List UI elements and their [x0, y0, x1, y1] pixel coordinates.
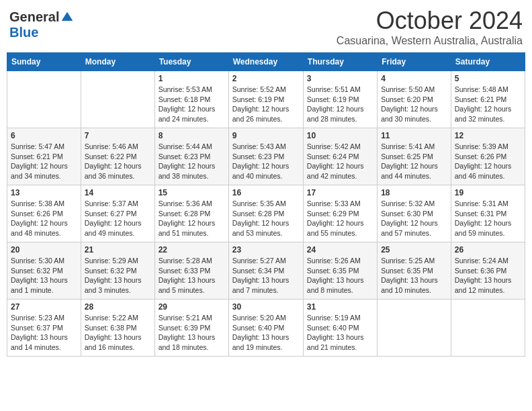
day-info: Sunrise: 5:48 AMSunset: 6:21 PMDaylight:… [455, 85, 521, 124]
day-info: Sunrise: 5:22 AMSunset: 6:38 PMDaylight:… [85, 313, 151, 353]
day-number: 14 [85, 188, 151, 197]
table-row: 6Sunrise: 5:47 AMSunset: 6:21 PMDaylight… [7, 128, 81, 185]
day-number: 21 [85, 245, 151, 255]
day-info: Sunrise: 5:37 AMSunset: 6:27 PMDaylight:… [85, 199, 151, 238]
day-number: 26 [455, 245, 521, 255]
title-section: October 2024 Casuarina, Western Australi… [337, 7, 523, 47]
table-row: 27Sunrise: 5:23 AMSunset: 6:37 PMDayligh… [7, 300, 81, 357]
day-number: 29 [159, 302, 225, 312]
table-row: 29Sunrise: 5:21 AMSunset: 6:39 PMDayligh… [154, 300, 228, 357]
table-row [81, 71, 154, 128]
day-number: 8 [159, 131, 225, 140]
day-info: Sunrise: 5:38 AMSunset: 6:26 PMDaylight:… [11, 199, 77, 238]
logo-icon [60, 11, 74, 24]
day-info: Sunrise: 5:26 AMSunset: 6:35 PMDaylight:… [307, 256, 373, 295]
day-info: Sunrise: 5:43 AMSunset: 6:23 PMDaylight:… [232, 142, 300, 181]
day-number: 3 [307, 74, 373, 83]
table-row: 18Sunrise: 5:32 AMSunset: 6:30 PMDayligh… [378, 185, 451, 242]
header-saturday: Saturday [451, 53, 525, 71]
day-info: Sunrise: 5:50 AMSunset: 6:20 PMDaylight:… [381, 85, 447, 124]
table-row: 30Sunrise: 5:20 AMSunset: 6:40 PMDayligh… [228, 300, 303, 357]
day-number: 30 [232, 302, 300, 312]
table-row: 8Sunrise: 5:44 AMSunset: 6:23 PMDaylight… [154, 128, 228, 185]
location-subtitle: Casuarina, Western Australia, Australia [337, 35, 523, 47]
day-info: Sunrise: 5:29 AMSunset: 6:32 PMDaylight:… [85, 256, 151, 295]
header-tuesday: Tuesday [154, 53, 228, 71]
day-info: Sunrise: 5:51 AMSunset: 6:19 PMDaylight:… [307, 85, 373, 124]
table-row: 19Sunrise: 5:31 AMSunset: 6:31 PMDayligh… [451, 185, 525, 242]
day-number: 28 [85, 302, 151, 312]
day-number: 10 [307, 131, 373, 140]
day-number: 5 [455, 74, 521, 83]
table-row: 1Sunrise: 5:53 AMSunset: 6:18 PMDaylight… [154, 71, 228, 128]
calendar-table: Sunday Monday Tuesday Wednesday Thursday… [7, 52, 525, 357]
logo-general: General [9, 9, 59, 25]
calendar-week-row: 27Sunrise: 5:23 AMSunset: 6:37 PMDayligh… [7, 300, 525, 357]
day-info: Sunrise: 5:21 AMSunset: 6:39 PMDaylight:… [159, 313, 225, 353]
day-info: Sunrise: 5:32 AMSunset: 6:30 PMDaylight:… [381, 199, 447, 238]
day-number: 11 [381, 131, 447, 140]
table-row: 26Sunrise: 5:24 AMSunset: 6:36 PMDayligh… [451, 242, 525, 300]
month-title: October 2024 [337, 7, 523, 35]
header-sunday: Sunday [7, 53, 81, 71]
table-row: 24Sunrise: 5:26 AMSunset: 6:35 PMDayligh… [303, 242, 377, 300]
calendar-week-row: 13Sunrise: 5:38 AMSunset: 6:26 PMDayligh… [7, 185, 525, 242]
day-info: Sunrise: 5:19 AMSunset: 6:40 PMDaylight:… [307, 313, 373, 353]
day-number: 20 [11, 245, 77, 255]
day-number: 4 [381, 74, 447, 83]
table-row: 10Sunrise: 5:42 AMSunset: 6:24 PMDayligh… [303, 128, 377, 185]
day-info: Sunrise: 5:24 AMSunset: 6:36 PMDaylight:… [455, 256, 521, 295]
table-row: 12Sunrise: 5:39 AMSunset: 6:26 PMDayligh… [451, 128, 525, 185]
table-row: 25Sunrise: 5:25 AMSunset: 6:35 PMDayligh… [378, 242, 451, 300]
day-number: 6 [11, 131, 77, 140]
day-info: Sunrise: 5:33 AMSunset: 6:29 PMDaylight:… [307, 199, 373, 238]
day-info: Sunrise: 5:39 AMSunset: 6:26 PMDaylight:… [455, 142, 521, 181]
table-row: 5Sunrise: 5:48 AMSunset: 6:21 PMDaylight… [451, 71, 525, 128]
table-row: 23Sunrise: 5:27 AMSunset: 6:34 PMDayligh… [228, 242, 303, 300]
day-info: Sunrise: 5:47 AMSunset: 6:21 PMDaylight:… [11, 142, 77, 181]
day-info: Sunrise: 5:35 AMSunset: 6:28 PMDaylight:… [232, 199, 300, 238]
day-info: Sunrise: 5:25 AMSunset: 6:35 PMDaylight:… [381, 256, 447, 295]
day-info: Sunrise: 5:31 AMSunset: 6:31 PMDaylight:… [455, 199, 521, 238]
day-number: 19 [455, 188, 521, 197]
day-number: 15 [159, 188, 225, 197]
day-number: 27 [11, 302, 77, 312]
day-number: 24 [307, 245, 373, 255]
header-thursday: Thursday [303, 53, 377, 71]
day-info: Sunrise: 5:41 AMSunset: 6:25 PMDaylight:… [381, 142, 447, 181]
day-number: 16 [232, 188, 300, 197]
header-monday: Monday [81, 53, 154, 71]
table-row: 17Sunrise: 5:33 AMSunset: 6:29 PMDayligh… [303, 185, 377, 242]
table-row: 13Sunrise: 5:38 AMSunset: 6:26 PMDayligh… [7, 185, 81, 242]
logo-blue: Blue [9, 25, 38, 40]
table-row [378, 300, 451, 357]
day-number: 7 [85, 131, 151, 140]
day-number: 17 [307, 188, 373, 197]
day-info: Sunrise: 5:20 AMSunset: 6:40 PMDaylight:… [232, 313, 300, 353]
day-number: 1 [159, 74, 225, 83]
table-row: 14Sunrise: 5:37 AMSunset: 6:27 PMDayligh… [81, 185, 154, 242]
logo: General Blue [9, 9, 74, 40]
calendar-header-row: Sunday Monday Tuesday Wednesday Thursday… [7, 53, 525, 71]
day-info: Sunrise: 5:30 AMSunset: 6:32 PMDaylight:… [11, 256, 77, 295]
day-info: Sunrise: 5:53 AMSunset: 6:18 PMDaylight:… [159, 85, 225, 124]
table-row: 15Sunrise: 5:36 AMSunset: 6:28 PMDayligh… [154, 185, 228, 242]
calendar-week-row: 1Sunrise: 5:53 AMSunset: 6:18 PMDaylight… [7, 71, 525, 128]
table-row: 21Sunrise: 5:29 AMSunset: 6:32 PMDayligh… [81, 242, 154, 300]
day-number: 25 [381, 245, 447, 255]
day-info: Sunrise: 5:23 AMSunset: 6:37 PMDaylight:… [11, 313, 77, 353]
table-row: 9Sunrise: 5:43 AMSunset: 6:23 PMDaylight… [228, 128, 303, 185]
day-info: Sunrise: 5:27 AMSunset: 6:34 PMDaylight:… [232, 256, 300, 295]
calendar-week-row: 6Sunrise: 5:47 AMSunset: 6:21 PMDaylight… [7, 128, 525, 185]
table-row: 22Sunrise: 5:28 AMSunset: 6:33 PMDayligh… [154, 242, 228, 300]
day-number: 31 [307, 302, 373, 312]
day-number: 18 [381, 188, 447, 197]
table-row: 3Sunrise: 5:51 AMSunset: 6:19 PMDaylight… [303, 71, 377, 128]
table-row: 11Sunrise: 5:41 AMSunset: 6:25 PMDayligh… [378, 128, 451, 185]
day-info: Sunrise: 5:46 AMSunset: 6:22 PMDaylight:… [85, 142, 151, 181]
day-number: 2 [232, 74, 300, 83]
day-number: 23 [232, 245, 300, 255]
day-info: Sunrise: 5:44 AMSunset: 6:23 PMDaylight:… [159, 142, 225, 181]
day-number: 12 [455, 131, 521, 140]
day-number: 22 [159, 245, 225, 255]
